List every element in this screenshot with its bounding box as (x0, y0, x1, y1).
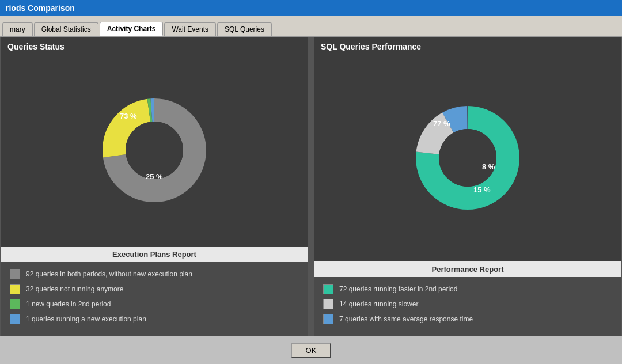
tab-summary[interactable]: mary (2, 22, 33, 36)
right-legend: 72 queries running faster in 2nd period … (314, 277, 621, 336)
legend-color-blue (10, 314, 20, 324)
tab-wait-events[interactable]: Wait Events (164, 22, 216, 36)
left-panel: Queries Status (0, 37, 309, 336)
legend-color-teal (323, 284, 333, 294)
left-chart-area: 73 % 25 % (1, 54, 308, 247)
legend-item-light-gray: 14 queries running slower (323, 299, 612, 309)
legend-color-yellow (10, 284, 20, 294)
left-label-73: 73 % (120, 112, 137, 120)
svg-point-8 (439, 129, 496, 187)
title-text: riods Comparison (6, 3, 75, 13)
legend-item-teal: 72 queries running faster in 2nd period (323, 284, 612, 294)
panel-separator (309, 37, 313, 336)
tab-activity-charts[interactable]: Activity Charts (100, 22, 164, 36)
legend-item-green: 1 new queries in 2nd period (10, 299, 299, 309)
legend-text-green: 1 new queries in 2nd period (26, 300, 111, 308)
legend-color-light-gray (323, 299, 333, 309)
legend-item-blue2: 7 queries with same average response tim… (323, 314, 612, 324)
legend-color-green (10, 299, 20, 309)
main-content: Queries Status (0, 37, 622, 364)
left-legend: 92 queries in both periods, without new … (1, 262, 308, 336)
title-bar: riods Comparison (0, 0, 622, 16)
right-panel: SQL Queries Performance 77 % (313, 37, 622, 336)
panels-row: Queries Status (0, 37, 622, 336)
legend-text-blue: 1 queries running a new execution plan (26, 315, 146, 323)
left-chart-label: Execution Plans Report (1, 247, 308, 262)
right-panel-title: SQL Queries Performance (314, 37, 621, 54)
right-label-15: 15 % (473, 185, 491, 194)
legend-item-yellow: 32 queries not running anymore (10, 284, 299, 294)
ok-button[interactable]: OK (291, 343, 332, 358)
tab-bar: mary Global Statistics Activity Charts W… (0, 16, 622, 37)
legend-color-gray (10, 269, 20, 279)
legend-text-gray: 92 queries in both periods, without new … (26, 270, 192, 278)
legend-text-light-gray: 14 queries running slower (339, 300, 418, 308)
legend-text-teal: 72 queries running faster in 2nd period (339, 285, 457, 293)
legend-item-gray: 92 queries in both periods, without new … (10, 269, 299, 279)
left-panel-title: Queries Status (1, 37, 308, 54)
legend-text-blue2: 7 queries with same average response tim… (339, 315, 473, 323)
legend-color-blue2 (323, 314, 333, 324)
left-label-25: 25 % (146, 172, 163, 181)
left-donut-chart: 73 % 25 % (79, 87, 229, 214)
right-chart-label: Performance Report (314, 261, 621, 277)
right-label-77: 77 % (433, 119, 450, 128)
legend-item-blue: 1 queries running a new execution plan (10, 314, 299, 324)
bottom-bar: OK (0, 336, 622, 364)
right-label-8: 8 % (482, 162, 495, 171)
svg-point-4 (126, 122, 183, 179)
right-chart-area: 77 % 8 % 15 % (314, 54, 621, 261)
right-donut-chart: 77 % 8 % 15 % (393, 94, 543, 221)
legend-text-yellow: 32 queries not running anymore (26, 285, 123, 293)
tab-sql-queries[interactable]: SQL Queries (217, 22, 272, 36)
tab-global-statistics[interactable]: Global Statistics (34, 22, 98, 36)
